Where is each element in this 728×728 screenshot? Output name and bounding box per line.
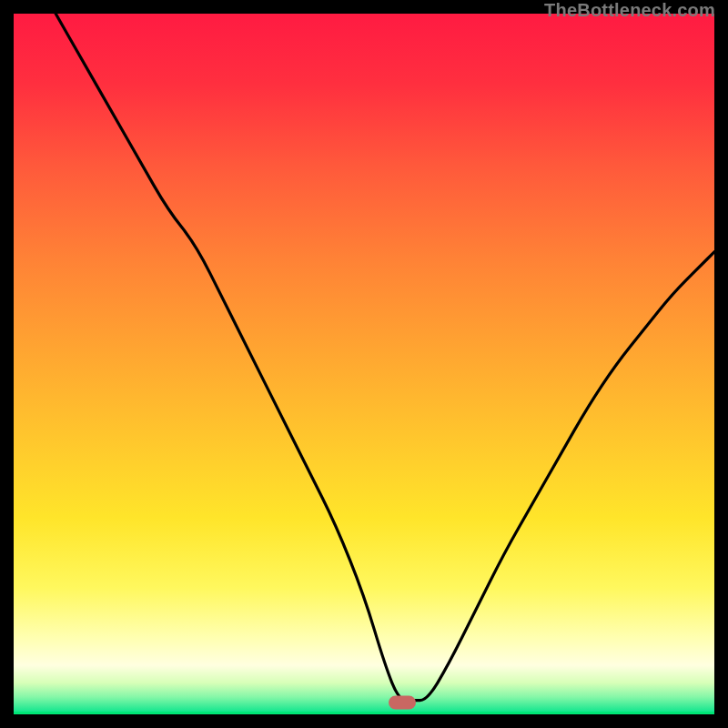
watermark-text: TheBottleneck.com [544, 0, 715, 21]
chart-frame: TheBottleneck.com [0, 0, 728, 728]
baseline-green [14, 712, 714, 714]
plot-area [14, 14, 714, 714]
bottleneck-marker [389, 695, 416, 709]
bottleneck-curve [14, 14, 714, 714]
